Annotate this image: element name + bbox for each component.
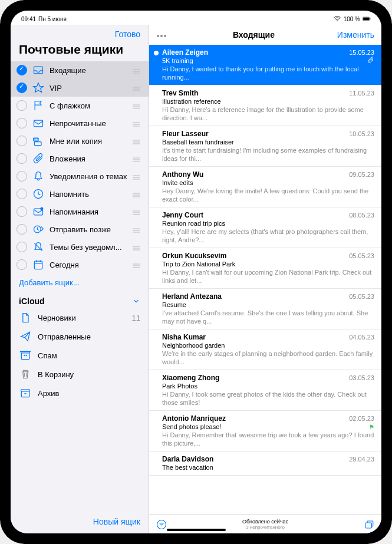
drag-handle-icon[interactable] <box>132 120 140 126</box>
message-item[interactable]: Jenny Court 08.05.23 Reunion road trip p… <box>149 207 381 248</box>
folder-item[interactable]: Черновики 11 <box>11 308 149 327</box>
mailbox-item[interactable]: Непрочитанные <box>11 114 149 132</box>
checkbox[interactable] <box>17 206 27 217</box>
mailbox-label: Вложения <box>50 154 127 163</box>
drag-handle-icon[interactable] <box>132 191 140 197</box>
edit-button[interactable]: Изменить <box>337 30 374 39</box>
svg-rect-16 <box>21 390 30 391</box>
message-item[interactable]: Trev Smith 11.05.23 Illustration referen… <box>149 85 381 126</box>
checkbox[interactable] <box>17 171 27 182</box>
unread-dot-icon <box>154 51 159 55</box>
status-bar: 09:41 Пн 5 июня 100 % <box>11 11 381 25</box>
message-subject: Reunion road trip pics <box>162 220 374 227</box>
tome-icon: МНЕ <box>32 134 45 147</box>
folder-label: В Корзину <box>38 370 140 379</box>
new-mailbox-button[interactable]: Новый ящик <box>11 510 149 533</box>
mailbox-item[interactable]: Уведомления о темах <box>11 167 149 185</box>
message-item[interactable]: Antonio Manriquez 02.05.23 Send photos p… <box>149 411 381 451</box>
clock-icon <box>32 187 45 200</box>
message-date: 05.05.23 <box>349 293 374 300</box>
message-item[interactable]: Fleur Lasseur 10.05.23 Baseball team fun… <box>149 126 381 167</box>
chevron-down-icon <box>132 297 140 305</box>
message-subject: Park Photos <box>162 383 374 390</box>
drag-handle-icon[interactable] <box>132 138 140 144</box>
checkbox[interactable] <box>17 65 27 75</box>
stack-icon[interactable] <box>364 519 374 530</box>
message-item[interactable]: Nisha Kumar 04.05.23 Neighborhood garden… <box>149 329 381 370</box>
done-button[interactable]: Готово <box>115 29 140 39</box>
mailbox-item[interactable]: С флажком <box>11 97 149 114</box>
mailbox-item[interactable]: Темы без уведомл... <box>11 238 149 256</box>
mailbox-label: Напомнить <box>50 190 127 199</box>
folder-item[interactable]: В Корзину <box>11 365 149 384</box>
svg-rect-5 <box>34 120 43 127</box>
folder-item[interactable]: Спам <box>11 346 149 365</box>
mailbox-item[interactable]: Входящие <box>11 61 149 79</box>
svg-text:МНЕ: МНЕ <box>34 138 39 140</box>
clock-send-icon <box>32 223 45 236</box>
drag-handle-icon[interactable] <box>132 156 140 161</box>
checkbox[interactable] <box>17 83 27 93</box>
drag-handle-icon[interactable] <box>132 103 140 108</box>
checkbox[interactable] <box>17 224 27 235</box>
checkbox[interactable] <box>17 242 27 252</box>
account-header[interactable]: iCloud <box>11 292 149 308</box>
drag-handle-icon[interactable] <box>132 262 140 268</box>
add-mailbox-button[interactable]: Добавить ящик... <box>11 273 149 292</box>
folder-item[interactable]: Архив <box>11 384 149 403</box>
message-item[interactable]: Xiaomeng Zhong 03.05.23 Park Photos Hi D… <box>149 370 381 411</box>
svg-rect-13 <box>34 261 42 269</box>
trash-icon <box>19 368 32 381</box>
checkbox[interactable] <box>17 118 27 128</box>
mailbox-item[interactable]: Напомнить <box>11 185 149 203</box>
drag-handle-icon[interactable] <box>132 85 140 91</box>
message-date: 11.05.23 <box>349 90 374 97</box>
mailbox-item[interactable]: Сегодня <box>11 256 149 273</box>
mailbox-label: Непрочитанные <box>50 119 127 128</box>
paperclip-icon <box>32 152 45 165</box>
checkbox[interactable] <box>17 153 27 164</box>
message-sender: Anthony Wu <box>162 170 203 179</box>
mailbox-item[interactable]: Вложения <box>11 150 149 167</box>
svg-rect-14 <box>21 353 29 360</box>
mailbox-item[interactable]: МНЕ Мне или копия <box>11 132 149 150</box>
mailbox-item[interactable]: VIP <box>11 79 149 97</box>
bell-icon <box>32 170 45 183</box>
footer-status: Обновлено сейчас 3 непрочитанного <box>242 519 288 530</box>
svg-rect-2 <box>363 18 369 21</box>
paperclip-icon <box>367 57 374 65</box>
checkbox[interactable] <box>17 100 27 111</box>
message-item[interactable]: Anthony Wu 09.05.23 Invite edits Hey Dan… <box>149 167 381 207</box>
mailbox-label: VIP <box>50 84 127 93</box>
mailbox-label: Мне или копия <box>50 137 127 146</box>
checkbox[interactable] <box>17 259 27 270</box>
drag-handle-icon[interactable] <box>132 226 140 232</box>
checkbox[interactable] <box>17 136 27 146</box>
message-preview: Hi Danny, Here's a reference image for t… <box>162 105 374 122</box>
message-date: 29.04.23 <box>349 456 374 463</box>
message-preview: It's time to start fundraising! I'm incl… <box>162 146 374 163</box>
drag-handle-icon[interactable] <box>132 67 140 73</box>
message-item[interactable]: Aileen Zeigen 15.05.23 5K training Hi Da… <box>149 45 381 85</box>
folder-item[interactable]: Отправленные <box>11 327 149 346</box>
drag-handle-icon[interactable] <box>132 209 140 215</box>
message-date: 10.05.23 <box>349 130 374 137</box>
message-preview: Hey Danny, We're loving the invite! A fe… <box>162 187 374 203</box>
message-sender: Herland Antezana <box>162 292 222 301</box>
drag-handle-icon[interactable] <box>132 244 140 250</box>
message-item[interactable]: Darla Davidson 29.04.23 The best vacatio… <box>149 451 381 476</box>
drag-handle-icon[interactable] <box>132 173 140 179</box>
folder-count: 11 <box>132 314 140 322</box>
ellipsis-icon[interactable] <box>156 29 170 40</box>
message-item[interactable]: Orkun Kucuksevim 05.05.23 Trip to Zion N… <box>149 248 381 289</box>
message-item[interactable]: Herland Antezana 05.05.23 Resume I've at… <box>149 289 381 329</box>
flag-icon: ⚑ <box>369 424 374 430</box>
checkbox[interactable] <box>17 189 27 199</box>
mailbox-item[interactable]: Отправить позже <box>11 220 149 238</box>
message-subject: Invite edits <box>162 179 374 186</box>
filter-icon[interactable] <box>156 519 167 530</box>
home-indicator[interactable] <box>167 529 226 531</box>
mailbox-label: Сегодня <box>50 261 127 269</box>
mailbox-item[interactable]: Напоминания <box>11 203 149 220</box>
inbox-icon <box>32 64 45 77</box>
